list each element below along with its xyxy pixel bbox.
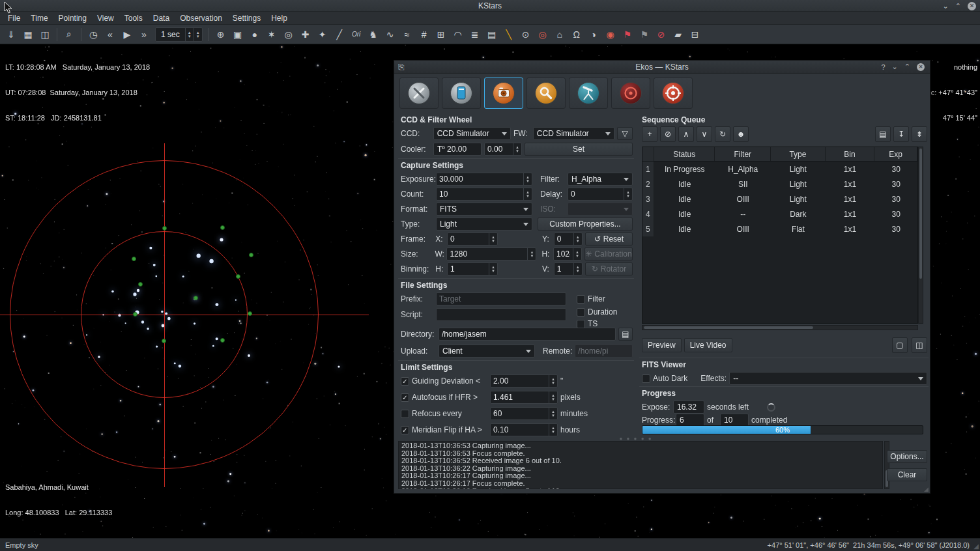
spin-arrows-icon[interactable]: ▲▼ bbox=[185, 28, 194, 41]
menu-file[interactable]: File bbox=[3, 14, 25, 23]
tab-focus[interactable] bbox=[526, 78, 566, 109]
table-row[interactable]: 3IdleOIIILight1x130 bbox=[642, 191, 917, 206]
filter-wheel-select[interactable]: CCD Simulator bbox=[533, 127, 614, 140]
menu-observation[interactable]: Observation bbox=[175, 14, 227, 23]
save-sequence-button[interactable]: ↧ bbox=[893, 126, 909, 142]
sky-object-marker[interactable] bbox=[220, 338, 225, 343]
step-backward-icon[interactable]: « bbox=[102, 27, 118, 42]
spin-arrows-icon[interactable]: ▲▼ bbox=[489, 263, 497, 275]
sky-object-marker[interactable] bbox=[132, 257, 136, 261]
menu-tools[interactable]: Tools bbox=[119, 14, 148, 23]
abort-icon[interactable]: ⊘ bbox=[654, 27, 669, 42]
constellation-art-toggle-icon[interactable]: ♞ bbox=[366, 27, 381, 42]
table-row[interactable]: 5IdleOIIIFlat1x130 bbox=[642, 221, 917, 236]
add-flag-icon[interactable]: ⚑ bbox=[620, 27, 635, 42]
point-telescope-icon[interactable]: ⊕ bbox=[213, 27, 229, 42]
spin-arrows-icon[interactable]: ▲▼ bbox=[527, 248, 536, 260]
help-icon[interactable]: ? bbox=[881, 63, 885, 71]
format-select[interactable]: FITS bbox=[436, 203, 532, 216]
browse-directory-button[interactable]: ▤ bbox=[618, 328, 633, 341]
scrollbar-thumb[interactable] bbox=[644, 326, 813, 329]
exposure-input[interactable]: ▲▼ bbox=[436, 173, 532, 186]
frame-width-input[interactable]: ▲▼ bbox=[446, 247, 536, 261]
ekos-icon[interactable]: ◎ bbox=[535, 27, 551, 42]
sky-object-marker[interactable] bbox=[162, 339, 166, 343]
limit-value-input[interactable]: ▲▼ bbox=[490, 407, 558, 420]
spin-arrows-icon[interactable]: ▲▼ bbox=[549, 408, 557, 419]
filter-select[interactable]: H_Alpha bbox=[568, 173, 633, 186]
upload-mode-select[interactable]: Client bbox=[439, 345, 535, 358]
options-button[interactable]: Options... bbox=[887, 450, 927, 463]
auto-dark-checkbox[interactable] bbox=[642, 374, 650, 383]
move-job-up-button[interactable]: ∧ bbox=[678, 126, 694, 142]
live-video-button[interactable]: Live Video bbox=[684, 338, 732, 352]
tab-capture[interactable] bbox=[484, 78, 523, 109]
remove-job-button[interactable]: ⊘ bbox=[660, 126, 676, 142]
sky-object-marker[interactable] bbox=[194, 296, 198, 300]
close-icon[interactable]: ✕ bbox=[968, 2, 976, 10]
resize-grip[interactable]: ◢ bbox=[973, 543, 979, 550]
timestamp-checkbox[interactable] bbox=[577, 320, 585, 328]
close-icon[interactable]: ✕ bbox=[917, 63, 925, 71]
tab-scheduler[interactable] bbox=[442, 78, 481, 109]
menu-settings[interactable]: Settings bbox=[227, 14, 266, 23]
list-flags-icon[interactable]: ⚑ bbox=[637, 27, 652, 42]
sky-object-marker[interactable] bbox=[249, 253, 253, 257]
tab-guide[interactable] bbox=[611, 78, 650, 109]
horizontal-grid-toggle-icon[interactable]: ⊞ bbox=[433, 27, 449, 42]
table-row[interactable]: 4Idle--Dark1x130 bbox=[642, 206, 917, 221]
night-vision-icon[interactable]: ● bbox=[247, 27, 263, 42]
export-sky-image-icon[interactable]: ◫ bbox=[37, 27, 53, 42]
bin-h-input[interactable]: ▲▼ bbox=[447, 262, 498, 276]
delay-input[interactable]: ▲▼ bbox=[568, 188, 633, 201]
menu-data[interactable]: Data bbox=[148, 14, 175, 23]
sky-object-marker[interactable] bbox=[162, 226, 167, 231]
custom-properties-button[interactable]: Custom Properties... bbox=[538, 218, 633, 231]
observer-button[interactable]: ☻ bbox=[733, 126, 749, 142]
menu-help[interactable]: Help bbox=[266, 14, 293, 23]
sky-object-marker[interactable] bbox=[236, 274, 240, 279]
align-target-icon[interactable]: ◉ bbox=[603, 27, 618, 42]
temperature-setpoint[interactable]: ▲▼ bbox=[484, 143, 522, 156]
table-row[interactable]: 2IdleSIILight1x130 bbox=[642, 177, 917, 191]
frame-y-input[interactable]: ▲▼ bbox=[554, 233, 583, 246]
count-input[interactable]: ▲▼ bbox=[436, 188, 532, 201]
constellation-names-toggle-icon[interactable]: Ori bbox=[349, 27, 364, 42]
filter-manager-button[interactable]: ▽ bbox=[617, 127, 633, 140]
limit-checkbox[interactable]: ✓ bbox=[401, 426, 409, 434]
toggle-fullscreen-button[interactable]: ▢ bbox=[892, 337, 908, 353]
add-job-button[interactable]: + bbox=[642, 126, 657, 142]
horizon-toggle-icon[interactable]: ◠ bbox=[450, 27, 466, 42]
save-sequence-as-button[interactable]: ⇟ bbox=[912, 126, 927, 142]
spin-arrows-icon[interactable]: ▲▼ bbox=[194, 28, 202, 41]
constellation-lines-toggle-icon[interactable]: ╱ bbox=[332, 27, 347, 42]
set-time-icon[interactable]: ◷ bbox=[85, 27, 101, 42]
table-vertical-scrollbar[interactable] bbox=[918, 147, 923, 324]
step-forward-icon[interactable]: » bbox=[136, 27, 152, 42]
sequence-queue-table[interactable]: StatusFilterTypeBinExp1In ProgressH_Alph… bbox=[642, 147, 918, 324]
column-header-status[interactable]: Status bbox=[654, 147, 715, 161]
color-scheme-icon[interactable]: ◑ bbox=[586, 27, 601, 42]
show-in-fits-viewer-button[interactable]: ◫ bbox=[912, 337, 927, 353]
column-header-bin[interactable]: Bin bbox=[826, 147, 875, 161]
supernovae-toggle-icon[interactable]: ✦ bbox=[315, 27, 330, 42]
ekos-titlebar[interactable]: ⎘ Ekos — KStars ? ⌄ ⌃ ✕ bbox=[394, 61, 930, 74]
tab-align[interactable] bbox=[654, 78, 693, 109]
sky-object-marker[interactable] bbox=[138, 282, 143, 287]
stars-toggle-icon[interactable]: ✶ bbox=[264, 27, 280, 42]
spin-arrows-icon[interactable]: ▲▼ bbox=[549, 424, 557, 436]
reset-frame-button[interactable]: ↺Reset bbox=[585, 233, 633, 246]
equatorial-grid-toggle-icon[interactable]: # bbox=[416, 27, 432, 42]
effects-select[interactable]: -- bbox=[729, 372, 927, 385]
frame-type-select[interactable]: Light bbox=[436, 218, 532, 231]
eyepiece-view-icon[interactable]: ⊙ bbox=[518, 27, 534, 42]
bin-v-input[interactable]: ▲▼ bbox=[554, 262, 583, 276]
maximize-icon[interactable]: ⌃ bbox=[955, 2, 961, 10]
spin-arrows-icon[interactable]: ▲▼ bbox=[549, 391, 557, 403]
toggle-clock-icon[interactable]: ▶ bbox=[119, 27, 135, 42]
find-object-icon[interactable]: ⌕ bbox=[61, 27, 77, 42]
sky-object-marker[interactable] bbox=[220, 225, 225, 230]
spin-arrows-icon[interactable]: ▲▼ bbox=[513, 143, 521, 155]
set-temperature-button[interactable]: Set bbox=[525, 143, 633, 156]
shade-icon[interactable]: ⌄ bbox=[943, 2, 949, 10]
